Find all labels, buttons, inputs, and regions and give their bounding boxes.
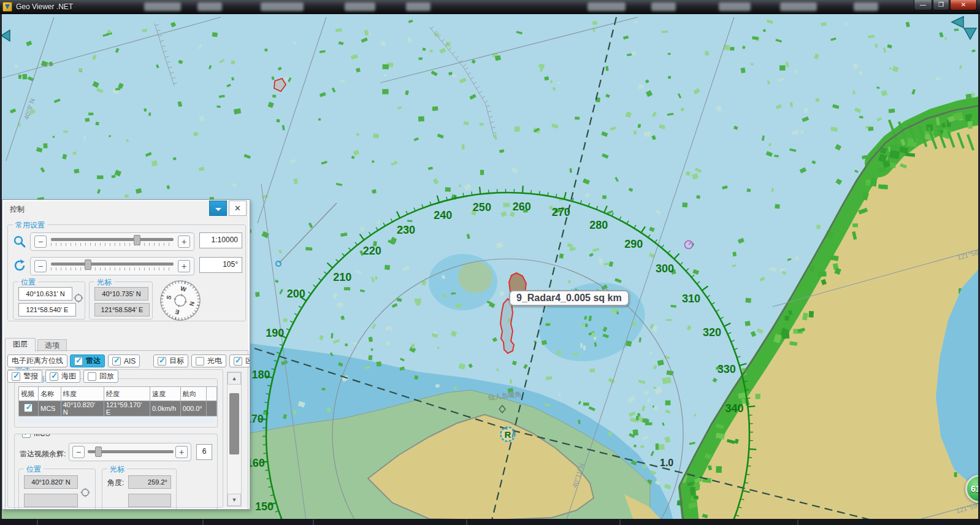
crosshair-icon	[74, 293, 83, 303]
layer-toggle-回放[interactable]: 回放	[83, 370, 118, 383]
layer-toggle-光电[interactable]: 光电	[191, 354, 226, 367]
position-lon-field[interactable]: 121°58.540' E	[18, 303, 76, 316]
radar-col-航向: 航向	[180, 387, 206, 401]
checkbox-AIS[interactable]	[112, 357, 121, 366]
panel-titlebar: 控制 ✕	[2, 200, 250, 217]
panel-close-button[interactable]: ✕	[229, 201, 247, 216]
radar-cell: 000.0°	[180, 401, 206, 416]
checkbox-光电[interactable]	[196, 357, 204, 366]
bearing-label: 340	[725, 402, 744, 415]
bearing-label: 150	[255, 500, 274, 513]
tab-options[interactable]: 选项	[37, 339, 67, 351]
scale-value-field[interactable]: 1:10000	[199, 232, 242, 248]
bearing-label: 290	[624, 238, 643, 250]
bearing-label: 250	[473, 201, 491, 213]
afterglow-slider-thumb[interactable]	[95, 446, 102, 457]
scale-slider-track[interactable]	[51, 238, 174, 241]
position-group: 位置 40°10.631' N 121°58.540' E	[13, 282, 85, 320]
rotation-value-field[interactable]: 105°	[199, 257, 242, 273]
bearing-label: 300	[656, 262, 674, 275]
layer-toggle-电子距离方位线[interactable]: 电子距离方位线	[7, 354, 67, 367]
radar-col-extra	[207, 387, 217, 401]
close-button[interactable]: ✕	[950, 0, 977, 10]
layer-toggle-警报[interactable]: 警报	[7, 370, 42, 383]
bearing-label: 180	[251, 369, 270, 381]
checkbox-海图[interactable]	[50, 372, 58, 381]
panel-collapse-button[interactable]	[209, 201, 227, 216]
scale-slider-ticks	[51, 243, 174, 246]
scrollbar-thumb[interactable]	[229, 393, 239, 454]
tab-layers[interactable]: 图层	[5, 338, 36, 351]
crosshair-icon	[80, 488, 90, 497]
mcs-position-lon-field	[24, 494, 78, 507]
bearing-label: 190	[266, 327, 284, 339]
window-titlebar: Geo Viewer .NET — ❐ ✕	[0, 0, 980, 14]
rotation-minus-button[interactable]: −	[34, 260, 47, 272]
bearing-label: 330	[718, 363, 736, 375]
afterglow-value-field[interactable]: 6	[196, 444, 212, 460]
common-settings-label: 常用设置	[13, 220, 47, 231]
mcs-position-lat-field: 40°10.820' N	[24, 475, 78, 489]
rotation-slider: − +	[30, 257, 194, 275]
mcs-position-label: 位置	[24, 464, 44, 475]
bearing-label: 260	[513, 201, 531, 213]
taskbar-strip	[0, 519, 980, 525]
radar-cell	[207, 401, 217, 416]
app-icon	[2, 2, 12, 12]
afterglow-minus-button[interactable]: −	[72, 446, 85, 458]
common-settings-group: 常用设置 − + 1:10000 − + 105° 位置 40°10.631' …	[7, 224, 246, 321]
checkbox-警报[interactable]	[12, 372, 20, 381]
bearing-label: 210	[333, 271, 351, 283]
restore-button[interactable]: ❐	[933, 0, 949, 10]
bearing-label: 200	[287, 288, 305, 300]
panel-title: 控制	[10, 204, 25, 215]
radar-video-checkbox[interactable]	[24, 404, 33, 412]
checkbox-回放[interactable]	[88, 372, 96, 381]
range-ring-label: 1.0	[660, 458, 673, 468]
radar-col-名称: 名称	[38, 387, 61, 401]
checkbox-区域[interactable]	[234, 357, 242, 366]
bearing-label: 310	[682, 293, 700, 305]
layer-toggle-AIS[interactable]: AIS	[108, 354, 140, 367]
cursor-lat-field: 40°10.735' N	[94, 287, 148, 301]
checkbox-雷达[interactable]	[74, 357, 83, 366]
scroll-down-button[interactable]: ▼	[228, 494, 241, 506]
scroll-up-button[interactable]: ▲	[228, 372, 241, 385]
position-lat-field[interactable]: 40°10.631' N	[18, 287, 72, 301]
toggle-label: AIS	[124, 357, 136, 366]
window-title: Geo Viewer .NET	[16, 2, 73, 11]
toggle-label: 回放	[99, 371, 114, 381]
panel-scrollbar[interactable]: ▲ ▼	[227, 372, 242, 507]
layer-toggle-雷达[interactable]: 雷达	[70, 354, 105, 367]
radar-col-速度: 速度	[150, 387, 180, 401]
scale-minus-button[interactable]: −	[34, 236, 47, 248]
layer-toggle-海图[interactable]: 海图	[45, 370, 80, 383]
toggle-label: 区域	[245, 356, 250, 366]
rotate-icon	[12, 258, 27, 273]
radar-col-纬度: 纬度	[61, 387, 104, 401]
scale-plus-button[interactable]: +	[178, 236, 190, 248]
radar-group: 雷达 雷达列表 视频名称纬度经度速度航向MCS40°10.820' N121°5…	[7, 369, 223, 508]
layer-toggle-区域[interactable]: 区域	[229, 354, 250, 367]
rotation-plus-button[interactable]: +	[178, 260, 190, 272]
rotation-slider-track[interactable]	[51, 262, 174, 266]
mcs-position-group: 位置 40°10.820' N	[18, 469, 96, 510]
layer-toggle-目标[interactable]: 目标	[153, 354, 188, 367]
zoom-icon	[13, 235, 26, 248]
rotation-slider-thumb[interactable]	[85, 259, 91, 270]
toggle-label: 雷达	[86, 356, 101, 366]
mcs-checkbox[interactable]	[22, 434, 31, 438]
angle-label: 角度:	[107, 478, 124, 488]
radar-cell: 0.0km/h	[150, 401, 180, 416]
chevron-down-icon	[215, 208, 221, 214]
mcs-cursor-angle-field: 259.2°	[128, 475, 171, 489]
minimize-button[interactable]: —	[914, 0, 932, 10]
radar-cell: 121°59.170' E	[104, 401, 150, 416]
checkbox-目标[interactable]	[158, 357, 166, 366]
position-label: 位置	[18, 277, 38, 288]
scale-slider: − +	[30, 232, 194, 251]
afterglow-plus-button[interactable]: +	[175, 446, 188, 458]
cursor-label: 光标	[94, 277, 114, 288]
radar-row[interactable]: MCS40°10.820' N121°59.170' E0.0km/h000.0…	[19, 401, 217, 416]
scale-slider-thumb[interactable]	[134, 235, 140, 245]
